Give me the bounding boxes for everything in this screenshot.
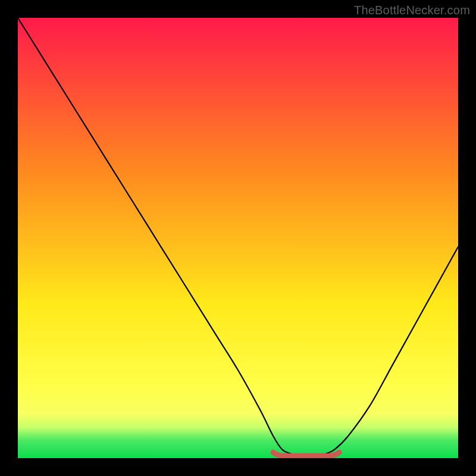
watermark-text: TheBottleNecker.com bbox=[354, 4, 470, 17]
gradient-background bbox=[18, 18, 458, 458]
chart-frame: TheBottleNecker.com bbox=[0, 0, 476, 476]
chart-svg bbox=[18, 18, 458, 458]
plot-area bbox=[18, 18, 458, 458]
